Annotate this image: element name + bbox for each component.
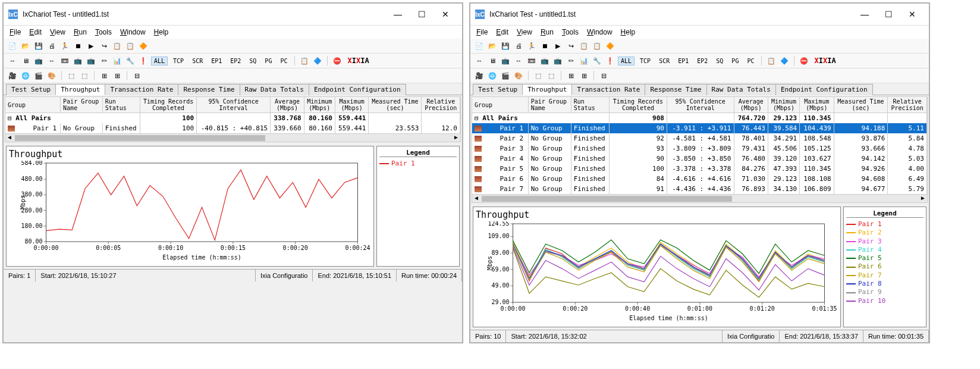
- legend-item[interactable]: Pair 2: [846, 229, 924, 237]
- menu-edit[interactable]: Edit: [29, 28, 42, 36]
- toolbar3-icon-9[interactable]: ⊞: [579, 70, 589, 81]
- toolbar3-icon-11[interactable]: ⊟: [598, 70, 609, 81]
- toolbar-icon-9[interactable]: 📋: [125, 40, 136, 51]
- toolbar-icon-1[interactable]: 📂: [487, 40, 498, 51]
- tab-test-setup[interactable]: Test Setup: [6, 84, 56, 95]
- legend-item[interactable]: Pair 5: [846, 254, 924, 262]
- legend-item[interactable]: Pair 9: [846, 288, 924, 296]
- menu-tools[interactable]: Tools: [95, 28, 112, 36]
- toolbar2-icon-6[interactable]: 📺: [552, 55, 563, 66]
- protocol-pg[interactable]: PG: [262, 57, 275, 65]
- minimize-button[interactable]: —: [853, 7, 877, 21]
- table-row[interactable]: Pair 7No GroupFinished91-4.436 : +4.4367…: [472, 184, 927, 194]
- toolbar2-icon-4[interactable]: 📼: [526, 55, 537, 66]
- protocol-all[interactable]: ALL: [618, 57, 635, 65]
- toolbar2-icon-7[interactable]: ✏: [566, 55, 576, 66]
- col-header[interactable]: Minimum(Mbps): [304, 97, 335, 113]
- toolbar2-icon-5[interactable]: 📺: [73, 55, 83, 66]
- toolbar3-icon-8[interactable]: ⊞: [566, 70, 576, 81]
- menu-help[interactable]: Help: [621, 28, 636, 36]
- toolbar3-icon-8[interactable]: ⊞: [99, 70, 109, 81]
- menu-window[interactable]: Window: [120, 28, 146, 36]
- toolbar2-icon-10[interactable]: ❗: [138, 55, 149, 66]
- toolbar2-icon-2[interactable]: 📺: [33, 55, 44, 66]
- col-header[interactable]: Timing RecordsCompleted: [610, 97, 667, 113]
- col-header[interactable]: Maximum(Mbps): [800, 97, 834, 113]
- legend-item[interactable]: Pair 1: [379, 160, 457, 168]
- toolbar-icon-9[interactable]: 📋: [592, 40, 602, 51]
- legend-item[interactable]: Pair 1: [846, 220, 924, 229]
- protocol-tcp[interactable]: TCP: [637, 57, 654, 65]
- table-row[interactable]: Pair 3No GroupFinished93-3.809 : +3.8097…: [472, 143, 927, 154]
- toolbar2b-icon-0[interactable]: 📋: [766, 55, 777, 66]
- menu-view[interactable]: View: [50, 28, 65, 36]
- toolbar-icon-5[interactable]: ⏹: [73, 40, 83, 51]
- tab-transaction-rate[interactable]: Transaction Rate: [105, 84, 178, 95]
- toolbar-icon-0[interactable]: 📄: [474, 40, 485, 51]
- menu-file[interactable]: File: [10, 28, 21, 36]
- maximize-button[interactable]: ☐: [410, 7, 434, 21]
- col-header[interactable]: RelativePrecision: [422, 97, 460, 113]
- toolbar3-icon-2[interactable]: 🎬: [500, 70, 511, 81]
- toolbar-icon-2[interactable]: 💾: [33, 40, 44, 51]
- protocol-sq[interactable]: SQ: [713, 57, 726, 65]
- menu-window[interactable]: Window: [587, 28, 612, 36]
- toolbar-icon-3[interactable]: 🖨: [513, 40, 524, 51]
- toolbar-icon-1[interactable]: 📂: [20, 40, 31, 51]
- horizontal-scrollbar[interactable]: ◄►: [5, 133, 460, 142]
- toolbar-icon-4[interactable]: 🏃: [526, 40, 537, 51]
- toolbar2-icon-8[interactable]: 📊: [579, 55, 589, 66]
- col-header[interactable]: Measured Time(sec): [369, 97, 422, 113]
- col-header[interactable]: 95% ConfidenceInterval: [197, 97, 271, 113]
- col-header[interactable]: Timing RecordsCompleted: [140, 97, 196, 113]
- protocol-pc[interactable]: PC: [277, 57, 290, 65]
- toolbar2-icon-8[interactable]: 📊: [112, 55, 122, 66]
- table-row[interactable]: Pair 2No GroupFinished92-4.581 : +4.5817…: [472, 133, 927, 143]
- toolbar3-icon-0[interactable]: 🎥: [7, 70, 18, 81]
- toolbar3-icon-1[interactable]: 🌐: [487, 70, 498, 81]
- col-header[interactable]: Average(Mbps): [271, 97, 304, 113]
- legend-item[interactable]: Pair 7: [846, 271, 924, 280]
- col-header[interactable]: Pair GroupName: [528, 97, 571, 113]
- protocol-pg[interactable]: PG: [728, 57, 742, 65]
- tab-raw-data-totals[interactable]: Raw Data Totals: [706, 84, 776, 95]
- protocol-tcp[interactable]: TCP: [170, 57, 187, 65]
- toolbar2-icon-4[interactable]: 📼: [59, 55, 70, 66]
- col-header[interactable]: Average(Mbps): [734, 97, 768, 113]
- toolbar3-icon-6[interactable]: ⬚: [546, 70, 557, 81]
- menu-view[interactable]: View: [517, 28, 532, 36]
- col-header[interactable]: RelativePrecision: [888, 97, 927, 113]
- toolbar2b-icon-1[interactable]: 🔷: [312, 55, 323, 66]
- close-button[interactable]: ✕: [900, 7, 924, 21]
- toolbar2-icon-2[interactable]: 📺: [500, 55, 511, 66]
- toolbar-icon-8[interactable]: 📋: [112, 40, 122, 51]
- toolbar-icon-7[interactable]: ↪: [566, 40, 576, 51]
- table-row[interactable]: Pair 4No GroupFinished90-3.850 : +3.8507…: [472, 154, 927, 164]
- col-header[interactable]: 95% ConfidenceInterval: [667, 97, 734, 113]
- table-row[interactable]: Pair 1No GroupFinished100-40.815 : +40.8…: [5, 123, 460, 133]
- legend-item[interactable]: Pair 4: [846, 246, 924, 254]
- toolbar3-icon-6[interactable]: ⬚: [79, 70, 90, 81]
- protocol-sq[interactable]: SQ: [246, 57, 259, 65]
- protocol-ep2[interactable]: EP2: [227, 57, 244, 65]
- toolbar2b-icon-1[interactable]: 🔷: [779, 55, 790, 66]
- toolbar-icon-7[interactable]: ↪: [99, 40, 109, 51]
- toolbar-icon-4[interactable]: 🏃: [59, 40, 70, 51]
- legend-item[interactable]: Pair 6: [846, 262, 924, 271]
- tab-raw-data-totals[interactable]: Raw Data Totals: [240, 84, 309, 95]
- toolbar-icon-2[interactable]: 💾: [500, 40, 511, 51]
- toolbar3-icon-5[interactable]: ⬚: [533, 70, 544, 81]
- tab-transaction-rate[interactable]: Transaction Rate: [571, 84, 645, 95]
- toolbar2-icon-3[interactable]: ↔: [46, 55, 57, 66]
- protocol-ep1[interactable]: EP1: [208, 57, 225, 65]
- toolbar3-icon-3[interactable]: 🎨: [46, 70, 57, 81]
- table-row[interactable]: Pair 1No GroupFinished90-3.911 : +3.9117…: [472, 123, 927, 133]
- toolbar-icon-0[interactable]: 📄: [7, 40, 18, 51]
- toolbar2-icon-9[interactable]: 🔧: [592, 55, 602, 66]
- tab-throughput[interactable]: Throughput: [55, 84, 105, 95]
- tab-endpoint-configuration[interactable]: Endpoint Configuration: [309, 84, 406, 95]
- toolbar3-icon-2[interactable]: 🎬: [33, 70, 44, 81]
- toolbar3-icon-11[interactable]: ⊟: [131, 70, 142, 81]
- toolbar-icon-6[interactable]: ▶: [552, 40, 563, 51]
- tab-response-time[interactable]: Response Time: [178, 84, 240, 95]
